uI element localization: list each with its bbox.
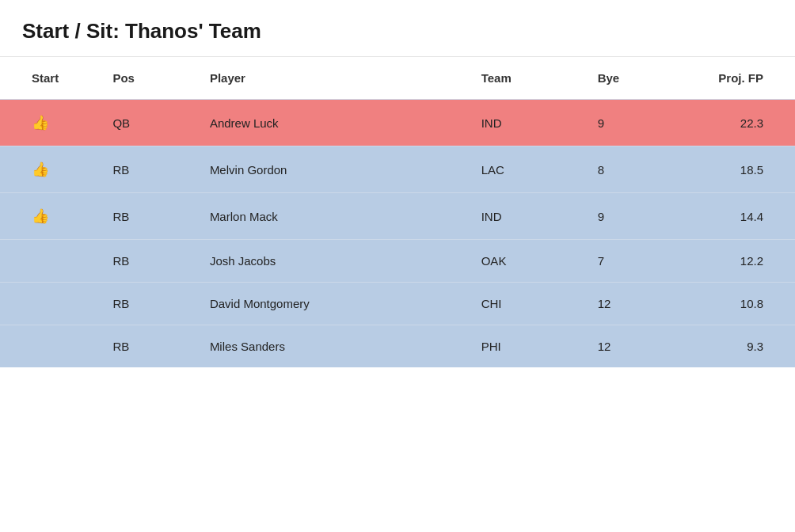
table-row: RBDavid MontgomeryCHI1210.8 [0,283,795,325]
page-title: Start / Sit: Thanos' Team [22,19,773,44]
pos-cell: RB [97,146,193,193]
player-cell: Josh Jacobs [194,240,466,283]
bye-cell: 12 [582,325,679,368]
start-cell: 👍 [0,146,97,193]
thumbs-up-icon[interactable]: 👍 [32,161,49,178]
pos-cell: RB [97,240,193,283]
thumbs-up-icon[interactable]: 👍 [32,207,49,225]
col-header-projfp: Proj. FP [679,57,795,100]
col-header-pos: Pos [97,57,193,100]
table-container: Start Pos Player Team Bye Proj. FP 👍QBAn… [0,57,795,367]
thumbs-up-icon[interactable]: 👍 [32,114,49,131]
bye-cell: 7 [582,240,679,283]
projfp-cell: 18.5 [679,146,795,193]
projfp-cell: 14.4 [679,193,795,240]
page-header: Start / Sit: Thanos' Team [0,0,795,57]
bye-cell: 9 [582,100,679,146]
player-cell: Andrew Luck [194,100,466,146]
team-cell: IND [466,100,582,146]
col-header-team: Team [466,57,582,100]
team-cell: CHI [466,283,582,325]
table-row: RBMiles SandersPHI129.3 [0,325,795,368]
player-cell: Miles Sanders [194,325,466,368]
pos-cell: RB [97,193,193,240]
team-cell: PHI [466,325,582,368]
bye-cell: 12 [582,283,679,325]
pos-cell: RB [97,283,193,325]
player-cell: Melvin Gordon [194,146,466,193]
projfp-cell: 12.2 [679,240,795,283]
col-header-start: Start [0,57,97,100]
data-table: Start Pos Player Team Bye Proj. FP 👍QBAn… [0,57,795,367]
player-cell: Marlon Mack [194,193,466,240]
table-header-row: Start Pos Player Team Bye Proj. FP [0,57,795,100]
bye-cell: 9 [582,193,679,240]
pos-cell: RB [97,325,193,368]
col-header-player: Player [194,57,466,100]
start-cell [0,240,97,283]
pos-cell: QB [97,100,193,146]
team-cell: LAC [466,146,582,193]
start-cell: 👍 [0,193,97,240]
start-cell [0,283,97,325]
table-row: 👍RBMelvin GordonLAC818.5 [0,146,795,193]
table-row: RBJosh JacobsOAK712.2 [0,240,795,283]
col-header-bye: Bye [582,57,679,100]
bye-cell: 8 [582,146,679,193]
projfp-cell: 22.3 [679,100,795,146]
table-row: 👍RBMarlon MackIND914.4 [0,193,795,240]
team-cell: IND [466,193,582,240]
start-cell: 👍 [0,100,97,146]
team-cell: OAK [466,240,582,283]
player-cell: David Montgomery [194,283,466,325]
projfp-cell: 9.3 [679,325,795,368]
projfp-cell: 10.8 [679,283,795,325]
start-cell [0,325,97,368]
table-row: 👍QBAndrew LuckIND922.3 [0,100,795,146]
